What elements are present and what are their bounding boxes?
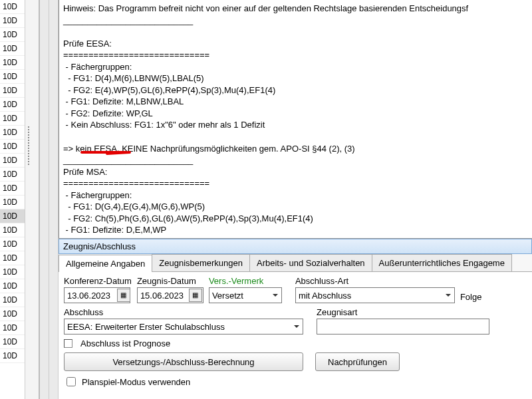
scroll-tracks xyxy=(40,0,59,399)
splitter[interactable] xyxy=(25,0,40,399)
sidebar-item[interactable]: 10D xyxy=(0,168,25,182)
log-sep: ___________________________ xyxy=(63,154,528,166)
prognose-label: Abschluss ist Prognose xyxy=(80,338,170,348)
sidebar-item[interactable]: 10D xyxy=(0,293,25,307)
sidebar-item[interactable]: 10D xyxy=(0,42,25,56)
berechnung-button[interactable]: Versetzungs-/Abschluss-Berechnung xyxy=(64,352,303,371)
planspiel-label: Planspiel-Modus verwenden xyxy=(82,377,190,387)
sidebar-item[interactable]: 10D xyxy=(0,28,25,42)
sidebar-item[interactable]: 10D xyxy=(0,251,25,265)
sidebar-item[interactable]: 10D xyxy=(0,154,25,168)
zeugnisart-label: Zeugnisart xyxy=(317,307,489,317)
sidebar-item[interactable]: 10D xyxy=(0,223,25,237)
sidebar-item[interactable]: 10D xyxy=(0,84,25,98)
sidebar-item[interactable]: 10D xyxy=(0,307,25,321)
tab[interactable]: Zeugnisbemerkungen xyxy=(152,254,250,271)
abschlussart-label: Abschluss-Art xyxy=(295,276,455,286)
sidebar-item[interactable]: 10D xyxy=(0,112,25,126)
log-bar: ============================= xyxy=(63,49,528,61)
zeugnis-panel: Zeugnis/Abschluss Allgemeine AngabenZeug… xyxy=(59,238,532,399)
tab[interactable]: Allgemeine Angaben xyxy=(59,255,152,272)
sidebar-item[interactable]: 10D xyxy=(0,56,25,70)
konferenz-label: Konferenz-Datum xyxy=(64,276,132,286)
log-line: - FG1: D(4),M(6),LBNW(5),LBAL(5) xyxy=(63,72,528,84)
eesa-result: => kein EESA, KEINE Nachprüfungsmöglichk… xyxy=(63,143,528,155)
sidebar-item[interactable]: 10D xyxy=(0,321,25,335)
sidebar-item[interactable]: 10D xyxy=(0,98,25,112)
zeugnis-label: Zeugnis-Datum xyxy=(137,276,203,286)
eesa-header: Prüfe EESA: xyxy=(63,38,528,50)
sidebar-item[interactable]: 10D xyxy=(0,349,25,363)
tab-bar: Allgemeine AngabenZeugnisbemerkungenArbe… xyxy=(59,254,532,272)
sidebar-item[interactable]: 10D xyxy=(0,14,25,28)
sidebar-item[interactable]: 10D xyxy=(0,0,25,14)
tab[interactable]: Arbeits- und Sozialverhalten xyxy=(249,254,372,271)
sidebar-item[interactable]: 10D xyxy=(0,209,25,223)
sidebar-item[interactable]: 10D xyxy=(0,265,25,279)
sidebar-item[interactable]: 10D xyxy=(0,70,25,84)
log-line: - Kein Abschluss: FG1: 1x"6" oder mehr a… xyxy=(63,119,528,131)
sidebar-item[interactable]: 10D xyxy=(0,126,25,140)
sidebar-item[interactable]: 10D xyxy=(0,279,25,293)
abschluss-label: Abschluss xyxy=(64,307,303,317)
tab[interactable]: Außerunterrichtliches Engageme xyxy=(372,254,512,271)
sidebar-item[interactable]: 10D xyxy=(0,237,25,251)
log-line: - FG2: E(4),WP(5),GL(6),RePP(4),Sp(3),Mu… xyxy=(63,84,528,96)
abschluss-select[interactable] xyxy=(64,319,303,334)
sidebar-item[interactable]: 10D xyxy=(0,196,25,209)
sidebar-item[interactable]: 10D xyxy=(0,335,25,349)
zeugnisart-input[interactable] xyxy=(317,319,489,334)
vermerk-label: Vers.-Vermerk xyxy=(209,276,282,286)
msa-header: Prüfe MSA: xyxy=(63,166,528,178)
log-line: - FG1: Defizite: M,LBNW,LBAL xyxy=(63,96,528,108)
log-sep: ___________________________ xyxy=(63,15,528,27)
log-line: - Fächergruppen: xyxy=(63,61,528,73)
log-line: - FG2: Ch(5),Ph(G,6),GL(6),AW(5),RePP(4)… xyxy=(63,213,528,225)
log-line: - FG1: Defizite: D,E,M,WP xyxy=(63,224,528,236)
vermerk-select[interactable] xyxy=(209,287,282,303)
log-line: - FG1: D(G,4),E(G,4),M(G,6),WP(5) xyxy=(63,201,528,213)
calendar-icon[interactable]: ▦ xyxy=(117,289,130,302)
calculation-log: Hinweis: Das Programm befreit nicht von … xyxy=(59,0,532,238)
planspiel-checkbox[interactable] xyxy=(66,377,76,386)
abschlussart-select[interactable] xyxy=(295,287,455,303)
nachpruef-button[interactable]: Nachprüfungen xyxy=(315,352,400,371)
calendar-icon[interactable]: ▦ xyxy=(189,289,202,302)
prognose-checkbox[interactable] xyxy=(64,339,72,348)
log-bar: ============================= xyxy=(63,178,528,190)
log-line: - FG2: Defizite: WP,GL xyxy=(63,108,528,120)
log-line: - Fächergruppen: xyxy=(63,190,528,201)
sidebar-item[interactable]: 10D xyxy=(0,140,25,154)
sidebar-item[interactable]: 10D xyxy=(0,182,25,196)
folge-label: Folge xyxy=(460,292,482,302)
panel-title: Zeugnis/Abschluss xyxy=(59,239,532,254)
log-hint: Hinweis: Das Programm befreit nicht von … xyxy=(63,3,528,15)
class-list: 10D10D10D10D10D10D10D10D10D10D10D10D10D1… xyxy=(0,0,25,399)
